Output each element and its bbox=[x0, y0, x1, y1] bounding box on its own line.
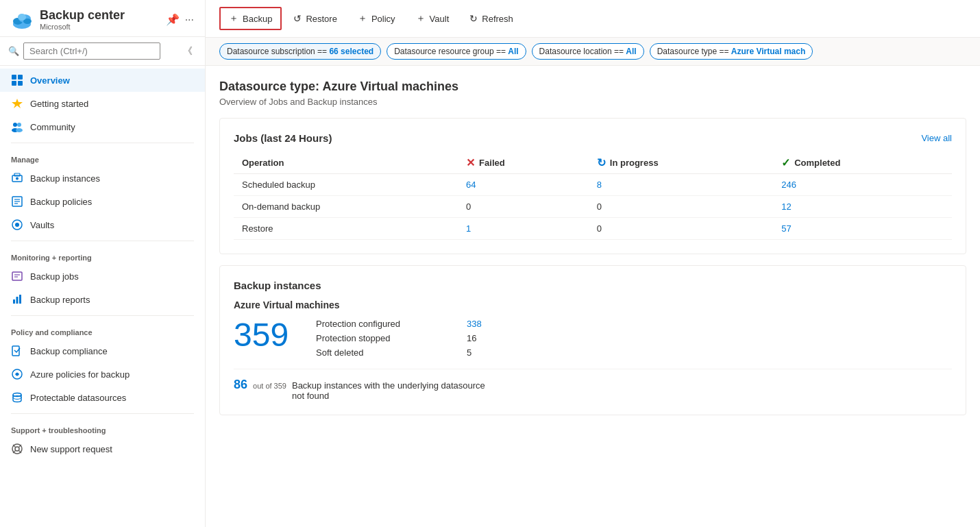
policy-plus-icon: ＋ bbox=[358, 12, 367, 25]
backup-button[interactable]: ＋ Backup bbox=[219, 7, 282, 30]
job-in-progress[interactable]: 8 bbox=[589, 174, 773, 196]
page-content: Datasource type: Azure Virtual machines … bbox=[206, 66, 980, 527]
search-icon: 🔍 bbox=[8, 46, 19, 56]
toolbar: ＋ Backup ↺ Restore ＋ Policy ＋ Vault ↻ Re… bbox=[206, 0, 980, 38]
sidebar-item-backup-compliance[interactable]: Backup compliance bbox=[0, 339, 205, 363]
instance-metric-row: Soft deleted5 bbox=[316, 347, 482, 358]
filter-location-text: Datasource location == All bbox=[539, 47, 637, 56]
app-title: Backup center bbox=[40, 8, 160, 23]
vault-button[interactable]: ＋ Vault bbox=[407, 8, 458, 29]
section-label-support: Support + troubleshooting bbox=[0, 418, 205, 437]
instance-metric-label: Soft deleted bbox=[316, 347, 439, 358]
filter-resource-group[interactable]: Datasource resource group == All bbox=[387, 43, 526, 60]
instances-footer: 86 out of 359 Backup instances with the … bbox=[234, 369, 952, 401]
instance-metric-row: Protection configured338 bbox=[316, 319, 482, 329]
sidebar-item-vaults[interactable]: Vaults bbox=[0, 213, 205, 236]
instances-icon bbox=[11, 172, 23, 184]
sidebar-item-label-getting-started: Getting started bbox=[30, 99, 88, 109]
svg-marker-9 bbox=[12, 99, 23, 108]
more-icon[interactable]: ··· bbox=[185, 14, 194, 26]
sidebar-item-label-azure-policies: Azure policies for backup bbox=[30, 369, 130, 380]
sidebar-item-new-support-request[interactable]: New support request bbox=[0, 437, 205, 461]
divider-2 bbox=[11, 241, 194, 241]
in-progress-icon: ↻ bbox=[597, 156, 606, 169]
completed-icon: ✓ bbox=[781, 156, 790, 169]
svg-point-10 bbox=[13, 123, 17, 127]
sidebar-item-azure-policies[interactable]: Azure policies for backup bbox=[0, 363, 205, 386]
instances-body: 359 Protection configured338Protection s… bbox=[234, 319, 952, 358]
sidebar-item-backup-policies[interactable]: Backup policies bbox=[0, 190, 205, 213]
instances-details: Protection configured338Protection stopp… bbox=[316, 319, 482, 358]
app-subtitle: Microsoft bbox=[40, 23, 160, 31]
job-in-progress: 0 bbox=[589, 218, 773, 240]
svg-point-16 bbox=[16, 177, 19, 180]
job-failed[interactable]: 1 bbox=[458, 218, 589, 240]
instances-card-subtitle: Azure Virtual machines bbox=[234, 299, 952, 310]
svg-rect-27 bbox=[16, 297, 19, 304]
job-operation: On-demand backup bbox=[234, 196, 458, 218]
filter-rg-value: All bbox=[508, 47, 518, 56]
section-label-policy: Policy and compliance bbox=[0, 320, 205, 339]
sidebar-item-label-backup-policies: Backup policies bbox=[30, 197, 92, 207]
jobs-table: Operation ✕ Failed ↻ In progress bbox=[234, 152, 952, 240]
instance-metric-label: Protection stopped bbox=[316, 333, 439, 343]
community-icon bbox=[11, 121, 23, 133]
collapse-button[interactable]: 《 bbox=[179, 44, 197, 59]
policy-label: Policy bbox=[371, 14, 395, 24]
sidebar-item-getting-started[interactable]: Getting started bbox=[0, 92, 205, 115]
sidebar-item-backup-reports[interactable]: Backup reports bbox=[0, 288, 205, 311]
app-icon bbox=[11, 9, 33, 31]
sidebar-item-overview[interactable]: Overview bbox=[0, 69, 205, 92]
star-icon bbox=[11, 97, 23, 110]
sidebar-item-protectable-datasources[interactable]: Protectable datasources bbox=[0, 386, 205, 409]
search-bar: 🔍 《 bbox=[0, 37, 205, 66]
restore-label: Restore bbox=[306, 14, 337, 24]
policies-icon bbox=[11, 195, 23, 208]
sidebar-nav: Overview Getting started Community Manag… bbox=[0, 66, 205, 527]
job-completed[interactable]: 57 bbox=[773, 218, 952, 240]
vaults-icon bbox=[11, 219, 23, 231]
backup-label: Backup bbox=[243, 14, 272, 24]
filter-subscription[interactable]: Datasource subscription == 66 selected bbox=[219, 43, 381, 60]
sidebar-item-label-backup-instances: Backup instances bbox=[30, 173, 100, 184]
header-icons: 📌 ··· bbox=[166, 13, 194, 26]
divider-1 bbox=[11, 143, 194, 143]
filter-type[interactable]: Datasource type == Azure Virtual mach bbox=[650, 43, 813, 60]
sidebar-item-community[interactable]: Community bbox=[0, 115, 205, 138]
jobs-card: Jobs (last 24 Hours) View all Operation … bbox=[219, 118, 966, 254]
job-operation: Restore bbox=[234, 218, 458, 240]
completed-value[interactable]: 246 bbox=[781, 180, 796, 190]
instance-metric-value[interactable]: 338 bbox=[467, 319, 482, 329]
completed-value[interactable]: 12 bbox=[781, 201, 791, 212]
svg-rect-6 bbox=[18, 75, 23, 79]
refresh-button[interactable]: ↻ Refresh bbox=[461, 8, 522, 29]
job-completed[interactable]: 246 bbox=[773, 174, 952, 196]
completed-value[interactable]: 57 bbox=[781, 223, 791, 234]
divider-4 bbox=[11, 413, 194, 414]
section-label-manage: Manage bbox=[0, 147, 205, 167]
instance-metric-value: 16 bbox=[467, 333, 476, 343]
job-in-progress: 0 bbox=[589, 196, 773, 218]
reports-icon bbox=[11, 293, 23, 306]
policy-button[interactable]: ＋ Policy bbox=[349, 8, 404, 29]
instances-footer-sub: out of 359 bbox=[253, 382, 286, 390]
col-operation: Operation bbox=[234, 152, 458, 174]
filter-location[interactable]: Datasource location == All bbox=[532, 43, 644, 60]
jobs-card-title: Jobs (last 24 Hours) bbox=[234, 132, 332, 144]
sidebar-item-backup-instances[interactable]: Backup instances bbox=[0, 167, 205, 190]
table-row: On-demand backup0012 bbox=[234, 196, 952, 218]
failed-value[interactable]: 1 bbox=[466, 223, 471, 234]
app-title-block: Backup center Microsoft bbox=[40, 8, 160, 31]
instances-footer-desc: Backup instances with the underlying dat… bbox=[292, 380, 498, 401]
restore-button[interactable]: ↺ Restore bbox=[284, 8, 346, 29]
pin-icon[interactable]: 📌 bbox=[166, 13, 180, 26]
view-all-link[interactable]: View all bbox=[921, 133, 952, 143]
sidebar-item-backup-jobs[interactable]: Backup jobs bbox=[0, 265, 205, 288]
search-input[interactable] bbox=[23, 42, 160, 60]
job-failed[interactable]: 64 bbox=[458, 174, 589, 196]
job-completed[interactable]: 12 bbox=[773, 196, 952, 218]
failed-value[interactable]: 64 bbox=[466, 180, 476, 190]
instances-footer-count[interactable]: 86 bbox=[234, 378, 247, 392]
instance-metric-label: Protection configured bbox=[316, 319, 439, 329]
in-progress-value[interactable]: 8 bbox=[597, 180, 602, 190]
